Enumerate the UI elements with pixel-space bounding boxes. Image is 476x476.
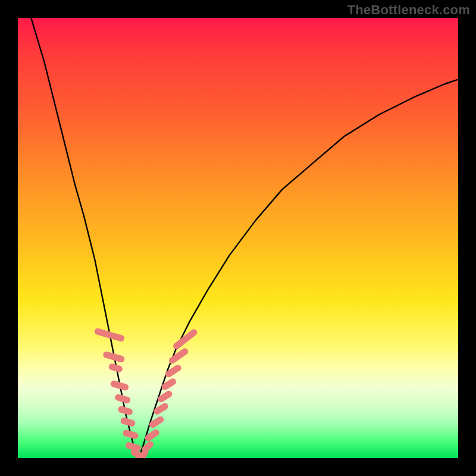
highlight-pill: [156, 390, 173, 403]
chart-overlay: [18, 18, 458, 458]
highlight-pill: [148, 415, 165, 429]
highlight-pill: [114, 393, 131, 404]
curve-right-branch: [139, 80, 459, 458]
curve-left-branch: [31, 18, 139, 458]
chart-frame: TheBottleneck.com: [0, 0, 476, 476]
highlight-pill: [152, 402, 169, 415]
curve-group: [31, 18, 458, 458]
highlight-pill: [161, 377, 177, 391]
highlight-pills-group: [94, 327, 199, 458]
plot-area: [18, 18, 458, 458]
watermark-text: TheBottleneck.com: [347, 2, 470, 18]
highlight-pill: [168, 347, 190, 365]
